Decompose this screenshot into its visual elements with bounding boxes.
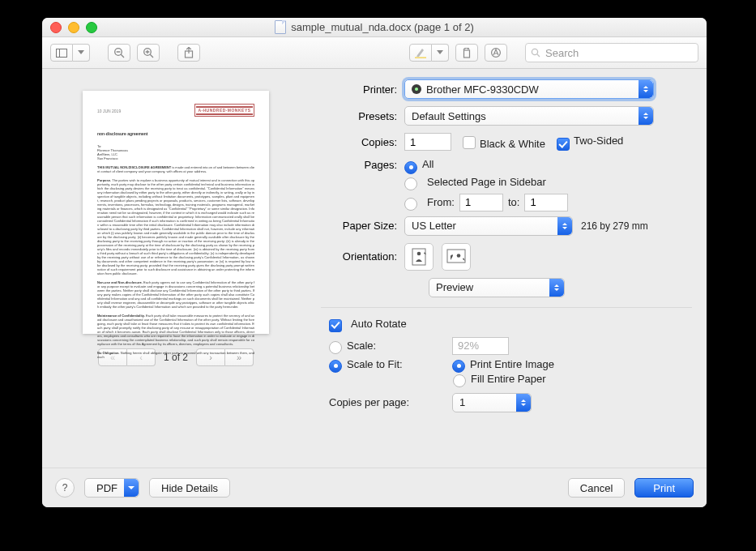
pages-to-input[interactable] <box>524 194 568 211</box>
print-entire-label: Print Entire Image <box>470 358 554 370</box>
scale-label: Scale: <box>347 340 452 352</box>
page-preview[interactable]: 10 JUN 2019 A·HUNDRED·MONKEYS non-disclo… <box>83 91 269 334</box>
titlebar: sample_mutual_nda.docx (page 1 of 2) <box>42 18 707 37</box>
cancel-button[interactable]: Cancel <box>568 478 625 498</box>
presets-select[interactable]: Default Settings <box>404 106 654 126</box>
copies-per-page-label: Copies per page: <box>329 396 452 408</box>
sidebar-view-menu[interactable] <box>73 44 90 62</box>
chevron-updown-icon <box>549 279 564 297</box>
highlight-menu[interactable] <box>432 44 449 62</box>
chevron-updown-icon <box>516 394 531 412</box>
fill-entire-label: Fill Entire Paper <box>471 373 545 385</box>
search-icon <box>531 48 540 58</box>
scale-to-fit-label: Scale to Fit: <box>347 358 452 370</box>
print-button[interactable]: Print <box>634 478 694 498</box>
pages-to-label: to: <box>508 196 519 208</box>
svg-rect-0 <box>57 49 67 57</box>
help-button[interactable]: ? <box>55 478 75 498</box>
pdf-label: PDF <box>96 482 117 494</box>
svg-line-6 <box>150 54 153 58</box>
rotate-button[interactable] <box>455 44 478 62</box>
auto-rotate-checkbox[interactable] <box>329 319 342 332</box>
search-field[interactable]: Search <box>525 43 698 62</box>
paper-dimensions: 216 by 279 mm <box>581 220 648 232</box>
scale-input <box>452 337 509 355</box>
zoom-out-button[interactable] <box>108 44 130 62</box>
pages-all-label: All <box>422 158 434 170</box>
print-entire-radio[interactable] <box>452 360 465 373</box>
copies-per-page-value: 1 <box>459 396 465 408</box>
highlight-button[interactable] <box>409 44 432 62</box>
pages-from-input[interactable] <box>459 194 503 211</box>
pages-from-label: From: <box>427 196 455 208</box>
copies-input[interactable] <box>404 133 451 151</box>
svg-rect-18 <box>447 250 465 263</box>
auto-rotate-label: Auto Rotate <box>351 318 407 330</box>
pages-label: Pages: <box>311 159 404 171</box>
pages-all-radio[interactable] <box>404 161 417 174</box>
share-button[interactable] <box>177 44 200 62</box>
svg-line-3 <box>121 54 124 58</box>
chevron-updown-icon <box>639 80 653 98</box>
svg-line-15 <box>537 54 540 57</box>
chevron-down-icon <box>124 479 139 497</box>
document-icon <box>275 20 286 34</box>
printer-select[interactable]: Brother MFC-9330CDW <box>404 79 654 99</box>
black-white-label: Black & White <box>480 138 545 150</box>
toolbar: Search <box>42 37 707 69</box>
zoom-in-button[interactable] <box>137 44 160 62</box>
pdf-menu-button[interactable]: PDF <box>84 478 139 498</box>
dialog-footer: ? PDF Hide Details Cancel Print <box>42 468 707 507</box>
fill-entire-radio[interactable] <box>453 374 466 387</box>
landscape-icon <box>446 249 466 265</box>
svg-point-17 <box>417 251 421 255</box>
sidebar-view-button[interactable] <box>50 44 73 62</box>
chevron-updown-icon <box>639 107 653 125</box>
chevron-updown-icon <box>557 217 572 235</box>
preview-pane: 10 JUN 2019 A·HUNDRED·MONKEYS non-disclo… <box>42 68 310 468</box>
svg-rect-12 <box>464 50 470 58</box>
paper-size-label: Paper Size: <box>311 220 404 232</box>
presets-value: Default Settings <box>412 110 486 122</box>
two-sided-label: Two-Sided <box>574 135 623 147</box>
module-select[interactable]: Preview <box>429 278 565 297</box>
two-sided-checkbox[interactable] <box>557 138 570 151</box>
window-title: sample_mutual_nda.docx (page 1 of 2) <box>291 21 473 33</box>
scale-radio[interactable] <box>329 341 342 354</box>
svg-point-14 <box>532 49 537 54</box>
pages-selected-radio[interactable] <box>404 177 417 190</box>
svg-rect-16 <box>412 249 425 265</box>
copies-per-page-select[interactable]: 1 <box>452 393 532 412</box>
svg-point-19 <box>457 254 461 258</box>
black-white-checkbox[interactable] <box>463 136 476 149</box>
search-placeholder: Search <box>545 47 579 59</box>
markup-button[interactable] <box>485 44 507 62</box>
orientation-portrait-button[interactable] <box>404 243 434 271</box>
orientation-landscape-button[interactable] <box>442 243 471 271</box>
pages-selected-label: Selected Page in Sidebar <box>427 176 546 188</box>
print-dialog-window: sample_mutual_nda.docx (page 1 of 2) <box>42 18 707 507</box>
separator <box>321 307 692 308</box>
hide-details-button[interactable]: Hide Details <box>149 478 230 498</box>
portrait-icon <box>412 248 426 266</box>
svg-rect-11 <box>415 57 426 58</box>
paper-size-value: US Letter <box>412 220 456 232</box>
printer-value: Brother MFC-9330CDW <box>426 83 539 96</box>
scale-to-fit-radio[interactable] <box>329 360 342 373</box>
print-options-pane: Printer: Brother MFC-9330CDW Presets: De… <box>310 68 707 468</box>
printer-label: Printer: <box>311 83 404 96</box>
presets-label: Presets: <box>311 110 404 122</box>
paper-size-select[interactable]: US Letter <box>404 216 573 236</box>
copies-label: Copies: <box>311 136 404 148</box>
printer-status-icon <box>412 84 421 94</box>
module-value: Preview <box>436 281 473 293</box>
orientation-label: Orientation: <box>311 250 404 263</box>
pages-range-radio[interactable] <box>404 198 417 211</box>
